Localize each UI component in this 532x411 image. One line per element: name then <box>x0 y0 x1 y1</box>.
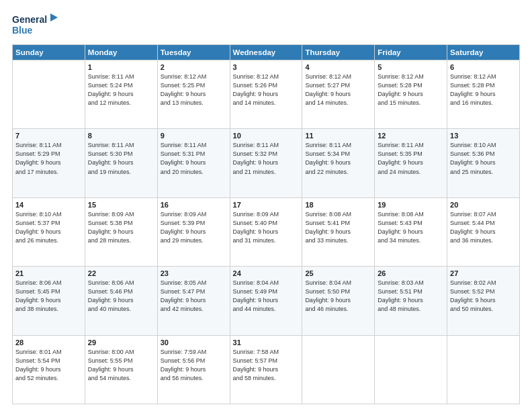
cell-info: Sunrise: 8:04 AMSunset: 5:49 PMDaylight:… <box>233 279 300 314</box>
day-number: 17 <box>233 201 300 209</box>
calendar-cell <box>447 335 520 404</box>
calendar-cell: 19Sunrise: 8:08 AMSunset: 5:43 PMDayligh… <box>375 197 447 266</box>
cell-info: Sunrise: 7:58 AMSunset: 5:57 PMDaylight:… <box>233 348 300 383</box>
calendar-cell: 20Sunrise: 8:07 AMSunset: 5:44 PMDayligh… <box>447 197 520 266</box>
calendar-cell: 5Sunrise: 8:12 AMSunset: 5:28 PMDaylight… <box>375 60 447 129</box>
day-number: 15 <box>88 201 154 209</box>
calendar-cell: 3Sunrise: 8:12 AMSunset: 5:26 PMDaylight… <box>230 60 302 129</box>
cell-info: Sunrise: 8:11 AMSunset: 5:34 PMDaylight:… <box>305 141 371 176</box>
day-number: 19 <box>378 201 444 209</box>
day-number: 3 <box>233 63 300 71</box>
calendar-cell: 4Sunrise: 8:12 AMSunset: 5:27 PMDaylight… <box>302 60 375 129</box>
cell-info: Sunrise: 8:09 AMSunset: 5:40 PMDaylight:… <box>233 210 300 245</box>
calendar-cell: 12Sunrise: 8:11 AMSunset: 5:35 PMDayligh… <box>375 129 447 197</box>
logo: General Blue <box>12 12 58 39</box>
cell-info: Sunrise: 8:02 AMSunset: 5:52 PMDaylight:… <box>450 279 517 314</box>
cell-info: Sunrise: 8:12 AMSunset: 5:26 PMDaylight:… <box>233 73 300 107</box>
calendar-cell: 6Sunrise: 8:12 AMSunset: 5:28 PMDaylight… <box>447 60 520 129</box>
day-number: 6 <box>450 63 517 71</box>
calendar-cell: 8Sunrise: 8:11 AMSunset: 5:30 PMDaylight… <box>85 129 157 197</box>
cell-info: Sunrise: 8:06 AMSunset: 5:46 PMDaylight:… <box>88 279 154 314</box>
day-number: 18 <box>305 201 371 209</box>
day-number: 2 <box>161 63 227 71</box>
day-number: 14 <box>15 201 82 209</box>
cell-info: Sunrise: 8:00 AMSunset: 5:55 PMDaylight:… <box>88 348 154 383</box>
calendar-cell: 2Sunrise: 8:12 AMSunset: 5:25 PMDaylight… <box>157 60 230 129</box>
day-number: 29 <box>88 338 154 347</box>
calendar-cell: 15Sunrise: 8:09 AMSunset: 5:38 PMDayligh… <box>85 197 157 266</box>
cell-info: Sunrise: 8:11 AMSunset: 5:32 PMDaylight:… <box>233 141 300 176</box>
cell-info: Sunrise: 8:12 AMSunset: 5:28 PMDaylight:… <box>378 73 444 107</box>
day-number: 8 <box>88 132 154 140</box>
calendar-header-saturday: Saturday <box>447 45 520 60</box>
calendar-cell: 16Sunrise: 8:09 AMSunset: 5:39 PMDayligh… <box>157 197 230 266</box>
calendar-cell <box>302 335 375 404</box>
cell-info: Sunrise: 8:11 AMSunset: 5:24 PMDaylight:… <box>88 73 154 107</box>
cell-info: Sunrise: 8:01 AMSunset: 5:54 PMDaylight:… <box>15 348 82 383</box>
calendar-cell: 18Sunrise: 8:08 AMSunset: 5:41 PMDayligh… <box>302 197 375 266</box>
calendar-cell: 23Sunrise: 8:05 AMSunset: 5:47 PMDayligh… <box>157 267 230 335</box>
day-number: 30 <box>161 338 227 347</box>
week-row-4: 28Sunrise: 8:01 AMSunset: 5:54 PMDayligh… <box>13 335 520 404</box>
week-row-2: 14Sunrise: 8:10 AMSunset: 5:37 PMDayligh… <box>13 197 520 266</box>
day-number: 26 <box>378 269 444 277</box>
calendar-cell <box>13 60 85 129</box>
calendar-cell: 26Sunrise: 8:03 AMSunset: 5:51 PMDayligh… <box>375 267 447 335</box>
cell-info: Sunrise: 8:11 AMSunset: 5:30 PMDaylight:… <box>88 141 154 176</box>
calendar-header-sunday: Sunday <box>13 45 85 60</box>
cell-info: Sunrise: 8:09 AMSunset: 5:38 PMDaylight:… <box>88 210 154 245</box>
day-number: 11 <box>305 132 371 140</box>
day-number: 24 <box>233 269 300 277</box>
calendar-header-friday: Friday <box>375 45 447 60</box>
calendar-header-monday: Monday <box>85 45 157 60</box>
calendar-header-thursday: Thursday <box>302 45 375 60</box>
calendar-cell: 9Sunrise: 8:11 AMSunset: 5:31 PMDaylight… <box>157 129 230 197</box>
calendar-cell: 25Sunrise: 8:04 AMSunset: 5:50 PMDayligh… <box>302 267 375 335</box>
calendar-cell: 11Sunrise: 8:11 AMSunset: 5:34 PMDayligh… <box>302 129 375 197</box>
calendar-cell: 21Sunrise: 8:06 AMSunset: 5:45 PMDayligh… <box>13 267 85 335</box>
day-number: 21 <box>15 269 82 277</box>
calendar-cell: 7Sunrise: 8:11 AMSunset: 5:29 PMDaylight… <box>13 129 85 197</box>
day-number: 9 <box>161 132 227 140</box>
day-number: 13 <box>450 132 517 140</box>
calendar-cell: 29Sunrise: 8:00 AMSunset: 5:55 PMDayligh… <box>85 335 157 404</box>
day-number: 10 <box>233 132 300 140</box>
week-row-3: 21Sunrise: 8:06 AMSunset: 5:45 PMDayligh… <box>13 267 520 335</box>
calendar-cell: 14Sunrise: 8:10 AMSunset: 5:37 PMDayligh… <box>13 197 85 266</box>
day-number: 25 <box>305 269 371 277</box>
cell-info: Sunrise: 8:06 AMSunset: 5:45 PMDaylight:… <box>15 279 82 314</box>
calendar-cell: 22Sunrise: 8:06 AMSunset: 5:46 PMDayligh… <box>85 267 157 335</box>
cell-info: Sunrise: 8:08 AMSunset: 5:43 PMDaylight:… <box>378 210 444 245</box>
calendar-cell: 13Sunrise: 8:10 AMSunset: 5:36 PMDayligh… <box>447 129 520 197</box>
cell-info: Sunrise: 8:12 AMSunset: 5:28 PMDaylight:… <box>450 73 517 107</box>
day-number: 12 <box>378 132 444 140</box>
calendar-cell <box>375 335 447 404</box>
page: General Blue SundayMondayTuesdayWednesda… <box>0 0 532 411</box>
day-number: 4 <box>305 63 371 71</box>
day-number: 27 <box>450 269 517 277</box>
day-number: 23 <box>161 269 227 277</box>
cell-info: Sunrise: 8:11 AMSunset: 5:31 PMDaylight:… <box>161 141 227 176</box>
cell-info: Sunrise: 8:07 AMSunset: 5:44 PMDaylight:… <box>450 210 517 245</box>
day-number: 7 <box>15 132 82 140</box>
day-number: 20 <box>450 201 517 209</box>
cell-info: Sunrise: 8:05 AMSunset: 5:47 PMDaylight:… <box>161 279 227 314</box>
day-number: 31 <box>233 338 300 347</box>
logo-svg: General Blue <box>12 12 58 39</box>
cell-info: Sunrise: 8:03 AMSunset: 5:51 PMDaylight:… <box>378 279 444 314</box>
day-number: 16 <box>161 201 227 209</box>
cell-info: Sunrise: 8:11 AMSunset: 5:29 PMDaylight:… <box>15 141 82 176</box>
svg-marker-2 <box>50 13 58 21</box>
cell-info: Sunrise: 8:09 AMSunset: 5:39 PMDaylight:… <box>161 210 227 245</box>
cell-info: Sunrise: 8:10 AMSunset: 5:37 PMDaylight:… <box>15 210 82 245</box>
calendar-table: SundayMondayTuesdayWednesdayThursdayFrid… <box>12 44 520 404</box>
calendar-cell: 28Sunrise: 8:01 AMSunset: 5:54 PMDayligh… <box>13 335 85 404</box>
day-number: 22 <box>88 269 154 277</box>
calendar-cell: 27Sunrise: 8:02 AMSunset: 5:52 PMDayligh… <box>447 267 520 335</box>
calendar-cell: 10Sunrise: 8:11 AMSunset: 5:32 PMDayligh… <box>230 129 302 197</box>
day-number: 28 <box>15 338 82 347</box>
calendar-cell: 1Sunrise: 8:11 AMSunset: 5:24 PMDaylight… <box>85 60 157 129</box>
cell-info: Sunrise: 8:12 AMSunset: 5:27 PMDaylight:… <box>305 73 371 107</box>
calendar-cell: 31Sunrise: 7:58 AMSunset: 5:57 PMDayligh… <box>230 335 302 404</box>
calendar-header-wednesday: Wednesday <box>230 45 302 60</box>
